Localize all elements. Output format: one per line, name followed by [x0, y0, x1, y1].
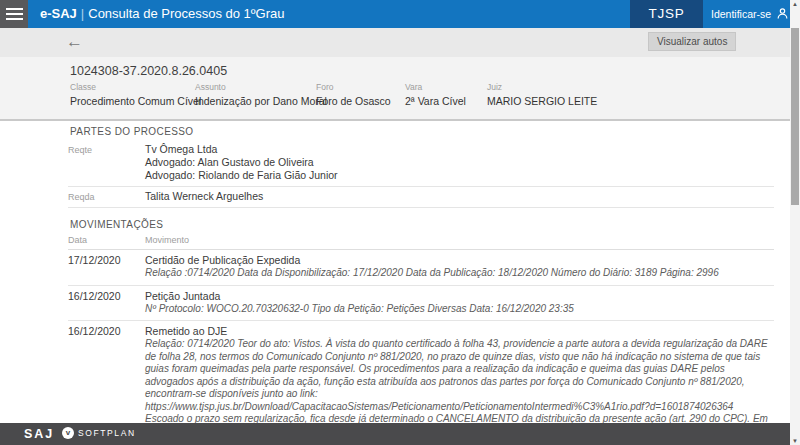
- scroll-up-icon[interactable]: ▲: [790, 1, 800, 7]
- movement-body: Petição Juntada Nº Protocolo: WOCO.20.70…: [145, 290, 774, 316]
- party-role: Reqte: [68, 143, 145, 182]
- table-row: 16/12/2020 Remetido ao DJE Relação: 0714…: [68, 321, 774, 423]
- title-separator: |: [77, 6, 88, 21]
- field-value: 2ª Vara Cível: [405, 95, 466, 107]
- scrollbar-thumb[interactable]: [791, 28, 799, 205]
- scroll-down-icon[interactable]: ▼: [790, 438, 800, 444]
- field-label: Foro: [316, 82, 391, 92]
- header-divider: [0, 119, 790, 121]
- movement-title: Certidão de Publicação Expedida: [145, 254, 774, 267]
- field-value: Foro de Osasco: [316, 95, 391, 107]
- court-logo-tjsp[interactable]: TJSP: [630, 0, 703, 28]
- field-value: Indenização por Dano Moral: [195, 95, 327, 107]
- page-title: Consulta de Processos do 1ºGrau: [88, 6, 284, 21]
- movement-title: Remetido ao DJE: [145, 325, 774, 338]
- main-content: PARTES DO PROCESSO Reqte Tv Ômega Ltda A…: [0, 123, 790, 423]
- movement-description: Nº Protocolo: WOCO.20.70320632-0 Tipo da…: [145, 303, 774, 316]
- movement-title: Petição Juntada: [145, 290, 774, 303]
- process-header: 1024308-37.2020.8.26.0405 Classe Procedi…: [0, 57, 790, 121]
- login-button[interactable]: Identificar-se: [711, 0, 789, 28]
- process-number: 1024308-37.2020.8.26.0405: [70, 64, 227, 78]
- app-title: e-SAJ|Consulta de Processos do 1ºGrau: [40, 0, 285, 28]
- back-arrow-icon[interactable]: ←: [66, 30, 83, 54]
- login-label: Identificar-se: [711, 8, 771, 20]
- field-juiz: Juiz MARIO SERGIO LEITE: [487, 82, 597, 107]
- party-row: Reqte Tv Ômega Ltda Advogado: Alan Gusta…: [68, 140, 774, 187]
- movement-date: 16/12/2020: [68, 325, 145, 423]
- party-row: Reqda Talita Werneck Arguelhes: [68, 187, 774, 208]
- movements-section-title: MOVIMENTAÇÕES: [70, 219, 163, 230]
- softplan-logo: v SOFTPLAN: [62, 427, 136, 439]
- column-header-date: Data: [68, 235, 145, 245]
- saj-logo: SAJ: [24, 427, 54, 441]
- softplan-icon: v: [62, 427, 74, 439]
- movement-date: 16/12/2020: [68, 290, 145, 316]
- movement-description: Relação: 0714/2020 Teor do ato: Vistos. …: [145, 338, 774, 423]
- movements-table: Data Movimento 17/12/2020 Certidão de Pu…: [68, 235, 774, 423]
- movement-body: Remetido ao DJE Relação: 0714/2020 Teor …: [145, 325, 774, 423]
- hamburger-menu-icon[interactable]: [0, 0, 28, 28]
- party-lawyer: Advogado: Riolando de Faria Gião Junior: [145, 169, 338, 182]
- party-names: Talita Werneck Arguelhes: [145, 190, 263, 203]
- party-name: Talita Werneck Arguelhes: [145, 190, 263, 203]
- field-label: Classe: [70, 82, 201, 92]
- footer: SAJ v SOFTPLAN: [0, 423, 800, 445]
- view-autos-button[interactable]: Visualizar autos: [648, 32, 736, 51]
- field-label: Juiz: [487, 82, 597, 92]
- movements-table-header: Data Movimento: [68, 235, 774, 250]
- field-label: Vara: [405, 82, 466, 92]
- field-label: Assunto: [195, 82, 327, 92]
- titlebar: e-SAJ|Consulta de Processos do 1ºGrau TJ…: [0, 0, 790, 28]
- field-assunto: Assunto Indenização por Dano Moral: [195, 82, 327, 107]
- toolbar: ← Visualizar autos: [0, 28, 790, 57]
- app-name: e-SAJ: [40, 6, 77, 21]
- party-role: Reqda: [68, 190, 145, 203]
- field-vara: Vara 2ª Vara Cível: [405, 82, 466, 107]
- movement-body: Certidão de Publicação Expedida Relação …: [145, 254, 774, 280]
- movement-date: 17/12/2020: [68, 254, 145, 280]
- table-row: 17/12/2020 Certidão de Publicação Expedi…: [68, 250, 774, 286]
- party-lawyer: Advogado: Alan Gustavo de Oliveira: [145, 156, 338, 169]
- user-icon: [776, 7, 789, 22]
- column-header-movement: Movimento: [145, 235, 189, 245]
- parties-table: Reqte Tv Ômega Ltda Advogado: Alan Gusta…: [68, 140, 774, 208]
- party-name: Tv Ômega Ltda: [145, 143, 338, 156]
- party-names: Tv Ômega Ltda Advogado: Alan Gustavo de …: [145, 143, 338, 182]
- field-foro: Foro Foro de Osasco: [316, 82, 391, 107]
- parties-section-title: PARTES DO PROCESSO: [70, 126, 194, 137]
- softplan-label: SOFTPLAN: [78, 428, 136, 438]
- field-value: MARIO SERGIO LEITE: [487, 95, 597, 107]
- field-classe: Classe Procedimento Comum Cível: [70, 82, 201, 107]
- vertical-scrollbar[interactable]: ▲ ▼: [790, 0, 800, 445]
- movement-description: Relação :0714/2020 Data da Disponibiliza…: [145, 267, 774, 280]
- table-row: 16/12/2020 Petição Juntada Nº Protocolo:…: [68, 286, 774, 322]
- field-value: Procedimento Comum Cível: [70, 95, 201, 107]
